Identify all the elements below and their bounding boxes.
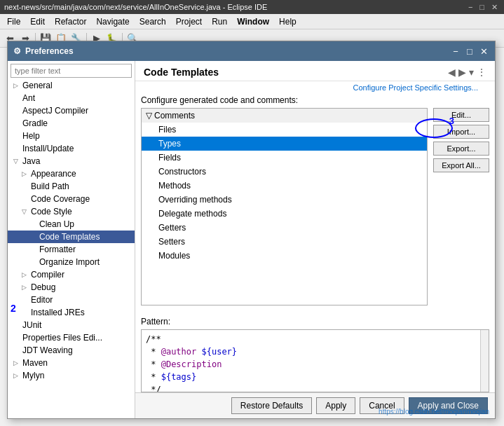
content-header: Code Templates ◀ ▶ ▾ ⋮ [135, 61, 495, 81]
dialog-maximize[interactable]: □ [464, 46, 475, 57]
menu-window[interactable]: Window [233, 15, 273, 28]
tree-item-code-style[interactable]: ▽ Code Style [8, 205, 135, 218]
dialog-controls: − □ ✕ [450, 46, 489, 57]
tree-item-compiler[interactable]: ▷ Compiler [8, 268, 135, 281]
tree-item-java[interactable]: ▽ Java [8, 155, 135, 167]
tree-label: Debug [31, 282, 55, 292]
maximize-btn[interactable]: □ [477, 3, 486, 12]
nav-back-btn[interactable]: ◀ [448, 67, 456, 78]
apply-button[interactable]: Apply [316, 397, 355, 414]
template-overriding[interactable]: Overriding methods [142, 193, 427, 207]
tree-label: Install/Update [22, 144, 74, 153]
export-all-button[interactable]: Export All... [433, 158, 489, 172]
tree-content: ▷ General Ant AspectJ Compiler [8, 79, 135, 418]
nav-dropdown-btn[interactable]: ▾ [469, 67, 474, 78]
templates-buttons: Edit... Import... Export... Export All..… [433, 108, 489, 305]
tree-label: JDT Weaving [22, 345, 73, 355]
import-button[interactable]: Import... [433, 125, 489, 139]
pattern-label: Pattern: [141, 317, 489, 327]
template-getters[interactable]: Getters [142, 221, 427, 235]
tree-item-appearance[interactable]: ▷ Appearance [8, 167, 135, 180]
dialog-overlay: ⚙ Preferences − □ ✕ ▷ General [0, 34, 504, 426]
template-fields[interactable]: Fields [142, 151, 427, 165]
template-methods[interactable]: Methods [142, 179, 427, 193]
comments-group-header[interactable]: ▽ Comments [142, 109, 427, 123]
tree-item-formatter[interactable]: Formatter [8, 243, 135, 256]
menu-navigate[interactable]: Navigate [92, 15, 133, 28]
pattern-line-2: * @author ${user} [146, 345, 484, 358]
template-modules[interactable]: Modules [142, 249, 427, 263]
menu-help[interactable]: Help [275, 15, 301, 28]
dialog-close[interactable]: ✕ [478, 46, 489, 57]
tree-item-debug[interactable]: ▷ Debug [8, 281, 135, 294]
arrow-icon: ▷ [13, 82, 20, 89]
tree-item-installed-jres[interactable]: Installed JREs [8, 306, 135, 319]
edit-button[interactable]: Edit... [433, 108, 489, 122]
group-arrow-icon: ▽ [146, 111, 152, 121]
template-setters[interactable]: Setters [142, 235, 427, 249]
tree-label: Editor [31, 295, 53, 305]
tree-item-jdt-weaving[interactable]: JDT Weaving [8, 344, 135, 357]
tree-panel: ▷ General Ant AspectJ Compiler [8, 61, 135, 418]
menu-run[interactable]: Run [207, 15, 231, 28]
menu-search[interactable]: Search [135, 15, 170, 28]
tree-label: Clean Up [39, 219, 74, 229]
window-controls: − □ ✕ [466, 3, 500, 12]
dialog-minimize[interactable]: − [450, 46, 461, 57]
arrow-expanded-icon: ▽ [22, 208, 29, 215]
nav-forward-btn[interactable]: ▶ [458, 67, 466, 78]
tree-item-aspectj[interactable]: AspectJ Compiler [8, 104, 135, 117]
pattern-line-1: /** [146, 333, 484, 345]
export-button[interactable]: Export... [433, 142, 489, 156]
tree-label: Installed JREs [31, 308, 85, 317]
tree-label: Appearance [31, 169, 76, 179]
arrow-icon: ▷ [22, 284, 29, 291]
tree-item-ant[interactable]: Ant [8, 92, 135, 104]
tree-item-help[interactable]: Help [8, 130, 135, 142]
menu-edit[interactable]: Edit [26, 15, 49, 28]
tree-item-properties[interactable]: Properties Files Edi... [8, 331, 135, 344]
nav-more-btn[interactable]: ⋮ [477, 67, 486, 78]
tree-item-junit[interactable]: JUnit [8, 319, 135, 331]
tree-label: AspectJ Compiler [22, 106, 88, 116]
tree-item-general[interactable]: ▷ General [8, 79, 135, 92]
pattern-section: Pattern: /** * @author ${user} * @Descri… [141, 317, 489, 392]
preferences-dialog: ⚙ Preferences − □ ✕ ▷ General [7, 41, 496, 419]
tree-label: Code Style [31, 207, 72, 217]
menu-refactor[interactable]: Refactor [50, 15, 90, 28]
arrow-icon: ▷ [22, 170, 29, 177]
templates-list: ▽ Comments Files Types Fields Constructo… [141, 108, 428, 305]
menu-file[interactable]: File [3, 15, 25, 28]
content-panel: Code Templates ◀ ▶ ▾ ⋮ Configure Project… [135, 61, 495, 418]
restore-defaults-button[interactable]: Restore Defaults [231, 397, 312, 414]
preferences-icon: ⚙ [13, 46, 21, 56]
arrow-icon: ▷ [22, 271, 29, 278]
dialog-title-label: Preferences [25, 46, 74, 56]
tree-item-code-templates[interactable]: Code Templates [8, 231, 135, 243]
minimize-btn[interactable]: − [466, 3, 475, 12]
tree-item-clean-up[interactable]: Clean Up [8, 218, 135, 231]
close-btn[interactable]: ✕ [489, 3, 500, 12]
template-files[interactable]: Files [142, 123, 427, 137]
tree-item-gradle[interactable]: Gradle [8, 117, 135, 130]
tree-item-mylyn[interactable]: ▷ Mylyn [8, 369, 135, 382]
tree-item-organize-import[interactable]: Organize Import [8, 256, 135, 268]
tree-item-code-coverage[interactable]: Code Coverage [8, 193, 135, 205]
pattern-scrollbar[interactable] [480, 330, 489, 392]
tree-item-maven[interactable]: ▷ Maven [8, 357, 135, 369]
tree-label: Code Coverage [31, 194, 90, 204]
menu-project[interactable]: Project [172, 15, 206, 28]
tree-label: Compiler [31, 270, 64, 280]
tree-item-install[interactable]: Install/Update [8, 142, 135, 155]
template-types[interactable]: Types [142, 137, 427, 151]
templates-area: ▽ Comments Files Types Fields Constructo… [141, 108, 489, 305]
tree-item-build-path[interactable]: Build Path [8, 180, 135, 193]
tree-item-editor[interactable]: Editor [8, 294, 135, 306]
filter-input[interactable] [11, 64, 132, 78]
tree-label: Properties Files Edi... [22, 333, 102, 343]
template-constructors[interactable]: Constructors [142, 165, 427, 179]
template-delegate[interactable]: Delegate methods [142, 207, 427, 221]
tree-label: Java [22, 156, 40, 166]
configure-link[interactable]: Configure Project Specific Settings... [344, 83, 486, 95]
header-nav: ◀ ▶ ▾ ⋮ [448, 67, 486, 78]
